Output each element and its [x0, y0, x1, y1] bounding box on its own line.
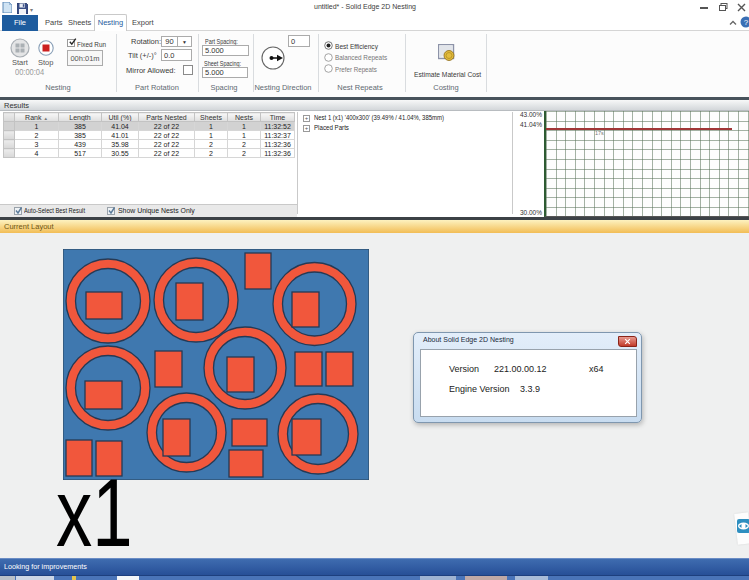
- svg-text:?: ?: [744, 18, 749, 27]
